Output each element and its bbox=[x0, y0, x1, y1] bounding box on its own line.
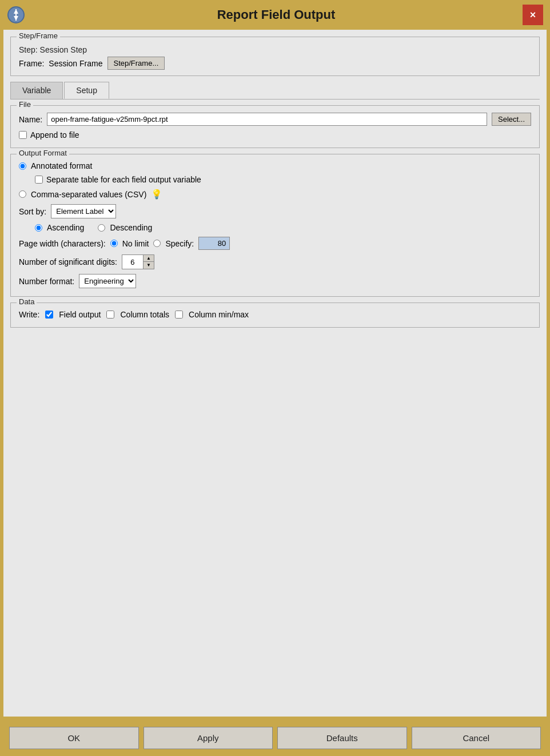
column-minmax-label: Column min/max bbox=[189, 310, 249, 319]
number-format-row: Number format: Engineering Scientific Fi… bbox=[19, 274, 531, 288]
file-section: File Name: Select... Append to file bbox=[10, 105, 540, 148]
spinner-up-button[interactable]: ▲ bbox=[144, 255, 154, 262]
tab-setup-content: File Name: Select... Append to file Outp… bbox=[10, 100, 540, 328]
sort-by-label: Sort by: bbox=[19, 207, 46, 216]
csv-row: Comma-separated values (CSV) 💡 bbox=[19, 189, 531, 200]
specify-label: Specify: bbox=[165, 239, 194, 248]
sort-by-select[interactable]: Element Label Node Label Distance bbox=[51, 204, 116, 218]
dialog-body: Step/Frame Step: Session Step Frame: Ses… bbox=[3, 30, 547, 717]
append-row: Append to file bbox=[19, 130, 531, 140]
defaults-button[interactable]: Defaults bbox=[277, 727, 407, 749]
frame-row: Frame: Session Frame Step/Frame... bbox=[19, 57, 531, 70]
number-format-label: Number format: bbox=[19, 277, 74, 286]
sig-digits-row: Number of significant digits: ▲ ▼ bbox=[19, 254, 531, 269]
specify-input[interactable] bbox=[198, 237, 230, 250]
step-frame-label: Step/Frame bbox=[17, 31, 60, 40]
ascending-radio[interactable] bbox=[35, 224, 42, 232]
csv-radio[interactable] bbox=[19, 190, 26, 198]
step-value: Session Step bbox=[40, 45, 87, 54]
annotated-label: Annotated format bbox=[31, 161, 92, 170]
step-label: Step: bbox=[19, 45, 38, 54]
annotated-row: Annotated format bbox=[19, 161, 531, 170]
annotated-radio[interactable] bbox=[19, 162, 26, 170]
separate-table-row: Separate table for each field output var… bbox=[35, 175, 531, 184]
file-name-row: Name: Select... bbox=[19, 113, 531, 126]
frame-label: Frame: bbox=[19, 59, 44, 68]
number-format-select[interactable]: Engineering Scientific Fixed bbox=[79, 274, 136, 288]
descending-radio[interactable] bbox=[98, 224, 105, 232]
tab-bar: Variable Setup bbox=[10, 82, 540, 100]
csv-label: Comma-separated values (CSV) bbox=[31, 190, 146, 199]
step-frame-content: Step: Session Step Frame: Session Frame … bbox=[19, 43, 531, 70]
step-frame-button[interactable]: Step/Frame... bbox=[107, 57, 165, 70]
step-frame-section: Step/Frame Step: Session Step Frame: Ses… bbox=[10, 37, 540, 76]
sig-digits-input[interactable] bbox=[122, 255, 143, 269]
ascending-label: Ascending bbox=[47, 223, 84, 232]
column-totals-checkbox[interactable] bbox=[106, 311, 114, 319]
output-format-section: Output Format Annotated format Separate … bbox=[10, 154, 540, 297]
field-output-checkbox[interactable] bbox=[45, 311, 53, 319]
separate-table-checkbox[interactable] bbox=[35, 176, 43, 184]
write-row: Write: Field output Column totals Column… bbox=[19, 310, 531, 319]
field-output-label: Field output bbox=[59, 310, 101, 319]
lightbulb-icon: 💡 bbox=[151, 189, 162, 200]
column-minmax-checkbox[interactable] bbox=[175, 311, 183, 319]
data-section: Data Write: Field output Column totals C… bbox=[10, 303, 540, 328]
sort-row: Sort by: Element Label Node Label Distan… bbox=[19, 204, 531, 218]
specify-radio[interactable] bbox=[153, 240, 161, 247]
page-width-label: Page width (characters): bbox=[19, 239, 106, 248]
cancel-button[interactable]: Cancel bbox=[412, 727, 541, 749]
sig-digits-spinner: ▲ ▼ bbox=[122, 254, 154, 269]
app-icon bbox=[7, 6, 25, 24]
tab-variable[interactable]: Variable bbox=[10, 82, 63, 99]
ok-button[interactable]: OK bbox=[9, 727, 139, 749]
no-limit-radio[interactable] bbox=[110, 240, 118, 247]
tab-setup[interactable]: Setup bbox=[64, 82, 109, 99]
footer: OK Apply Defaults Cancel bbox=[0, 720, 550, 756]
sort-order-row: Ascending Descending bbox=[35, 223, 531, 232]
file-section-label: File bbox=[17, 100, 33, 109]
descending-label: Descending bbox=[110, 223, 152, 232]
step-row: Step: Session Step bbox=[19, 45, 531, 54]
append-label: Append to file bbox=[30, 130, 79, 140]
frame-value: Session Frame bbox=[49, 59, 102, 68]
append-checkbox[interactable] bbox=[19, 131, 27, 139]
spinner-buttons: ▲ ▼ bbox=[143, 255, 154, 269]
no-limit-label: No limit bbox=[122, 239, 149, 248]
output-format-label: Output Format bbox=[17, 149, 69, 157]
sig-digits-label: Number of significant digits: bbox=[19, 257, 117, 266]
write-label: Write: bbox=[19, 310, 39, 319]
select-button[interactable]: Select... bbox=[492, 113, 531, 126]
column-totals-label: Column totals bbox=[120, 310, 169, 319]
title-bar: Report Field Output × bbox=[0, 0, 550, 30]
spinner-down-button[interactable]: ▼ bbox=[144, 262, 154, 269]
separate-table-label: Separate table for each field output var… bbox=[46, 175, 201, 184]
file-name-input[interactable] bbox=[47, 113, 487, 126]
dialog-title: Report Field Output bbox=[30, 7, 523, 22]
data-section-label: Data bbox=[17, 297, 37, 306]
tabs-container: Variable Setup File Name: Select... bbox=[10, 82, 540, 328]
file-name-label: Name: bbox=[19, 115, 42, 124]
apply-button[interactable]: Apply bbox=[144, 727, 273, 749]
page-width-row: Page width (characters): No limit Specif… bbox=[19, 237, 531, 250]
close-button[interactable]: × bbox=[523, 5, 543, 25]
dialog: Report Field Output × Step/Frame Step: S… bbox=[0, 0, 550, 756]
